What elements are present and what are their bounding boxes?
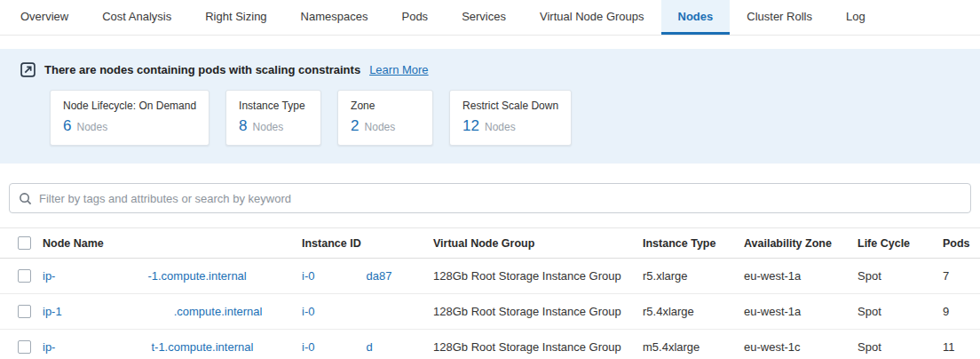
row-checkbox[interactable] (18, 305, 31, 318)
card-unit: Nodes (253, 121, 284, 133)
card-count: 2 (351, 117, 359, 135)
column-header-node-name: Node Name (43, 237, 302, 250)
node-name-link[interactable]: -1.compute.internal (147, 269, 246, 283)
constraint-card-zone[interactable]: Zone 2 Nodes (337, 90, 433, 146)
card-title: Zone (351, 100, 420, 112)
banner-message: There are nodes containing pods with sca… (44, 63, 360, 76)
card-count: 8 (239, 117, 247, 135)
card-unit: Nodes (365, 121, 396, 133)
node-name-cell: ip-t-1.compute.internal (43, 340, 302, 354)
table-row: ip--1.compute.internal i-0da87 128Gb Roo… (0, 259, 980, 294)
instance-type-cell: r5.4xlarge (643, 305, 744, 318)
table-header-row: Node Name Instance ID Virtual Node Group… (0, 228, 980, 259)
search-icon (19, 192, 32, 205)
tab-bar: Overview Cost Analysis Right Sizing Name… (0, 0, 980, 36)
instance-id-cell: i-0 (302, 305, 433, 318)
availability-zone-cell: eu-west-1c (744, 340, 858, 354)
filter-search-wrap (9, 183, 971, 213)
select-all-cell (0, 236, 43, 250)
column-header-availability-zone: Availability Zone (744, 237, 858, 250)
card-title: Instance Type (239, 100, 308, 112)
node-name-cell: ip--1.compute.internal (43, 269, 302, 283)
tab-nodes[interactable]: Nodes (661, 0, 731, 35)
column-header-instance-type: Instance Type (643, 237, 744, 250)
table-row: ip-t-1.compute.internal i-0d 128Gb Root … (0, 330, 980, 359)
search-input[interactable] (39, 192, 961, 205)
instance-id-link[interactable]: da87 (366, 269, 391, 283)
row-select-cell (0, 305, 43, 318)
card-count-row: 2 Nodes (351, 117, 420, 135)
tab-services[interactable]: Services (445, 0, 523, 35)
pods-cell: 9 (943, 305, 980, 318)
banner-message-row: There are nodes containing pods with sca… (0, 61, 980, 77)
card-unit: Nodes (485, 121, 516, 133)
tab-pods[interactable]: Pods (384, 0, 445, 35)
instance-id-link[interactable]: d (366, 340, 372, 354)
tab-log[interactable]: Log (829, 0, 882, 35)
cluster-nodes-page: Overview Cost Analysis Right Sizing Name… (0, 0, 980, 359)
instance-type-cell: m5.4xlarge (643, 340, 744, 354)
tab-right-sizing[interactable]: Right Sizing (188, 0, 283, 35)
pods-cell: 7 (943, 269, 980, 283)
column-header-instance-id: Instance ID (302, 237, 433, 250)
scaling-constraint-icon (20, 61, 36, 77)
virtual-node-group-cell: 128Gb Root Storage Instance Group (433, 340, 643, 354)
pods-cell: 11 (943, 340, 980, 354)
node-name-link[interactable]: .compute.internal (174, 305, 263, 318)
life-cycle-cell: Spot (858, 340, 943, 354)
constraint-cards: Node Lifecycle: On Demand 6 Nodes Instan… (50, 90, 980, 146)
instance-id-cell: i-0d (302, 340, 433, 354)
card-count-row: 6 Nodes (63, 117, 196, 135)
card-title: Restrict Scale Down (462, 100, 558, 112)
constraint-card-instance-type[interactable]: Instance Type 8 Nodes (225, 90, 321, 146)
learn-more-link[interactable]: Learn More (369, 63, 428, 76)
tab-cost-analysis[interactable]: Cost Analysis (85, 0, 188, 35)
tab-cluster-rolls[interactable]: Cluster Rolls (730, 0, 829, 35)
node-name-link[interactable]: t-1.compute.internal (151, 340, 253, 354)
card-count-row: 12 Nodes (462, 117, 558, 135)
virtual-node-group-cell: 128Gb Root Storage Instance Group (433, 269, 643, 283)
instance-id-cell: i-0da87 (302, 269, 433, 283)
table-row: ip-1.compute.internal i-0 128Gb Root Sto… (0, 294, 980, 330)
availability-zone-cell: eu-west-1a (744, 305, 858, 318)
tab-namespaces[interactable]: Namespaces (284, 0, 385, 35)
availability-zone-cell: eu-west-1a (744, 269, 858, 283)
tab-virtual-node-groups[interactable]: Virtual Node Groups (523, 0, 661, 35)
column-header-virtual-node-group: Virtual Node Group (433, 237, 643, 250)
card-count: 12 (462, 117, 479, 135)
node-name-cell: ip-1.compute.internal (43, 305, 302, 318)
column-header-pods: Pods (943, 237, 980, 250)
node-name-link[interactable]: ip- (43, 269, 55, 283)
row-select-cell (0, 340, 43, 354)
card-count: 6 (63, 117, 71, 135)
column-header-life-cycle: Life Cycle (858, 237, 943, 250)
select-all-checkbox[interactable] (18, 236, 31, 250)
tab-overview[interactable]: Overview (4, 0, 85, 35)
instance-id-link[interactable]: i-0 (302, 305, 314, 318)
instance-id-link[interactable]: i-0 (302, 269, 314, 283)
filter-search (9, 183, 971, 213)
constraint-card-node-lifecycle[interactable]: Node Lifecycle: On Demand 6 Nodes (50, 90, 209, 146)
row-checkbox[interactable] (18, 340, 31, 354)
row-checkbox[interactable] (18, 269, 31, 283)
virtual-node-group-cell: 128Gb Root Storage Instance Group (433, 305, 643, 318)
node-name-link[interactable]: ip- (43, 340, 55, 354)
nodes-table: Node Name Instance ID Virtual Node Group… (0, 227, 980, 359)
life-cycle-cell: Spot (858, 269, 943, 283)
card-count-row: 8 Nodes (239, 117, 308, 135)
life-cycle-cell: Spot (858, 305, 943, 318)
row-select-cell (0, 269, 43, 283)
node-name-link[interactable]: ip-1 (43, 305, 62, 318)
constraint-card-restrict-scale-down[interactable]: Restrict Scale Down 12 Nodes (449, 90, 572, 146)
scaling-constraints-banner: There are nodes containing pods with sca… (0, 49, 980, 164)
instance-id-link[interactable]: i-0 (302, 340, 314, 354)
card-unit: Nodes (76, 121, 107, 133)
instance-type-cell: r5.xlarge (643, 269, 744, 283)
card-title: Node Lifecycle: On Demand (63, 100, 196, 112)
